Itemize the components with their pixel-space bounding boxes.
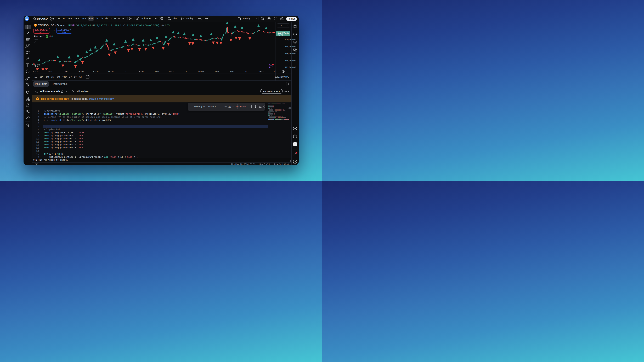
svg-text:?: ? xyxy=(294,160,296,163)
